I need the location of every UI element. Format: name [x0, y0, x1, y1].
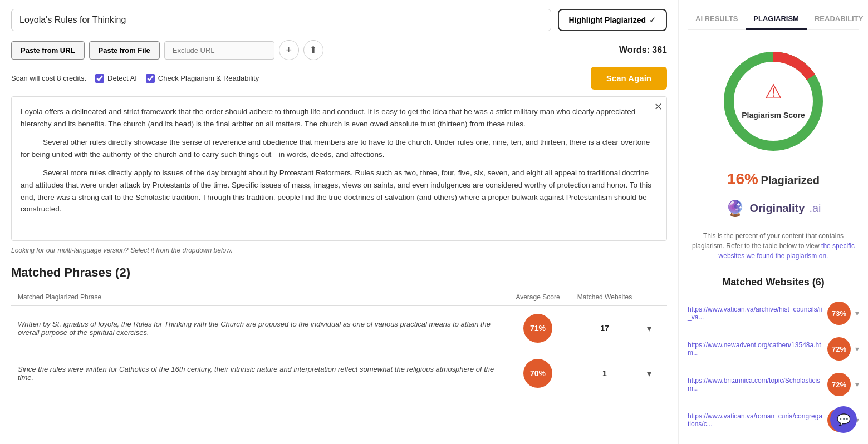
website-score-2: 72%	[827, 337, 851, 361]
website-row-3: https://www.britannica.com/topic/Scholas…	[688, 373, 859, 396]
add-icon-button[interactable]: +	[279, 40, 299, 60]
share-icon: ⬆	[309, 44, 317, 56]
right-sidebar: AI RESULTS PLAGIARISM READABILITY ⚠	[679, 0, 868, 444]
chevron-down-icon: ▾	[647, 369, 651, 378]
website-link-2[interactable]: https://www.newadvent.org/cathen/13548a.…	[688, 341, 823, 357]
donut-svg: ⚠ Plagiarism Score	[718, 46, 829, 157]
phrase-text-1: Written by St. ignatius of loyola, the R…	[18, 320, 504, 337]
tab-readability[interactable]: READABILITY	[807, 9, 868, 30]
score-badge-2: 70%	[523, 359, 552, 388]
score-percent: 16%	[727, 170, 758, 188]
originality-icon: 🔮	[725, 199, 745, 218]
website-link-3[interactable]: https://www.britannica.com/topic/Scholas…	[688, 377, 823, 392]
table-row: Since the rules were written for Catholi…	[11, 351, 667, 396]
chevron-down-icon: ▾	[855, 344, 859, 353]
paste-from-url-button[interactable]: Paste from URL	[11, 41, 85, 60]
word-count: Words: 361	[619, 45, 667, 55]
document-text-area[interactable]: Loyola offers a delineated and strict fr…	[11, 96, 667, 241]
highlight-plagiarized-button[interactable]: Highlight Plagiarized ✓	[558, 9, 667, 31]
score-label: Plagiarized	[761, 174, 820, 186]
score-badge-1: 71%	[523, 314, 552, 343]
chat-icon: 💬	[837, 413, 851, 426]
close-icon: ✕	[654, 101, 663, 112]
description-link[interactable]: the specific websites we found the plagi…	[719, 242, 855, 260]
matched-count-1: 17	[571, 324, 638, 333]
highlight-label: Highlight Plagiarized	[569, 16, 646, 24]
chat-button[interactable]: 💬	[830, 406, 857, 433]
detect-ai-checkbox-label[interactable]: Detect AI	[95, 74, 137, 83]
close-text-button[interactable]: ✕	[654, 101, 663, 113]
text-area-wrapper: Loyola offers a delineated and strict fr…	[11, 96, 667, 241]
website-link-4[interactable]: https://www.vatican.va/roman_curia/congr…	[688, 412, 823, 428]
matched-websites-title: Matched Websites (6)	[688, 277, 859, 288]
col-score-header: Average Score	[504, 293, 571, 301]
phrase-text-2: Since the rules were written for Catholi…	[18, 365, 504, 382]
scan-again-button[interactable]: Scan Again	[591, 67, 667, 90]
multi-language-note: Looking for our multi-language version? …	[11, 246, 667, 254]
expand-website-1-button[interactable]: ▾	[855, 309, 859, 318]
expand-website-3-button[interactable]: ▾	[855, 380, 859, 389]
tab-ai-results[interactable]: AI RESULTS	[688, 9, 746, 30]
brand-name: Originality	[749, 202, 805, 215]
website-row-2: https://www.newadvent.org/cathen/13548a.…	[688, 337, 859, 361]
plagiarism-donut-chart: ⚠ Plagiarism Score	[688, 46, 859, 157]
chevron-down-icon: ▾	[855, 309, 859, 318]
svg-text:⚠: ⚠	[764, 80, 782, 103]
table-row: Written by St. ignatius of loyola, the R…	[11, 306, 667, 351]
website-score-3: 72%	[827, 373, 851, 396]
matched-phrases-title: Matched Phrases (2)	[11, 265, 667, 280]
share-icon-button[interactable]: ⬆	[303, 40, 323, 60]
brand-suffix: .ai	[809, 202, 821, 215]
plagiarism-score-display: 16% Plagiarized	[688, 170, 859, 188]
website-score-1: 73%	[827, 302, 851, 325]
website-link-1[interactable]: https://www.vatican.va/archive/hist_coun…	[688, 305, 823, 321]
matched-count-2: 1	[571, 369, 638, 378]
sidebar-tabs: AI RESULTS PLAGIARISM READABILITY	[688, 9, 859, 30]
svg-text:Plagiarism Score: Plagiarism Score	[742, 111, 805, 120]
originality-brand: 🔮 Originality.ai	[688, 199, 859, 218]
plus-icon: +	[286, 45, 292, 56]
chevron-down-icon: ▾	[647, 324, 651, 333]
expand-row-1-button[interactable]: ▾	[638, 323, 660, 334]
text-paragraph-2: Several other rules directly showcase th…	[21, 136, 658, 160]
detect-ai-checkbox[interactable]	[95, 74, 104, 83]
paste-from-file-button[interactable]: Paste from File	[89, 41, 160, 60]
check-plagiarism-checkbox-label[interactable]: Check Plagiarism & Readability	[146, 74, 259, 83]
chevron-down-icon: ▾	[855, 380, 859, 389]
col-phrase-header: Matched Plagiarized Phrase	[18, 293, 504, 301]
exclude-url-input[interactable]	[164, 41, 274, 60]
scan-cost-label: Scan will cost 8 credits.	[11, 74, 86, 82]
checkmark-icon: ✓	[649, 16, 656, 24]
expand-website-2-button[interactable]: ▾	[855, 344, 859, 353]
expand-row-2-button[interactable]: ▾	[638, 368, 660, 379]
tab-plagiarism[interactable]: PLAGIARISM	[746, 9, 807, 30]
website-row-1: https://www.vatican.va/archive/hist_coun…	[688, 302, 859, 325]
col-matched-header: Matched Websites	[571, 293, 638, 301]
table-header: Matched Plagiarized Phrase Average Score…	[11, 289, 667, 306]
document-title-input[interactable]	[11, 9, 551, 31]
check-plagiarism-checkbox[interactable]	[146, 74, 155, 83]
score-description: This is the percent of your content that…	[688, 231, 859, 261]
text-paragraph-3: Several more rules directly apply to iss…	[21, 167, 658, 215]
text-paragraph-1: Loyola offers a delineated and strict fr…	[21, 106, 658, 130]
